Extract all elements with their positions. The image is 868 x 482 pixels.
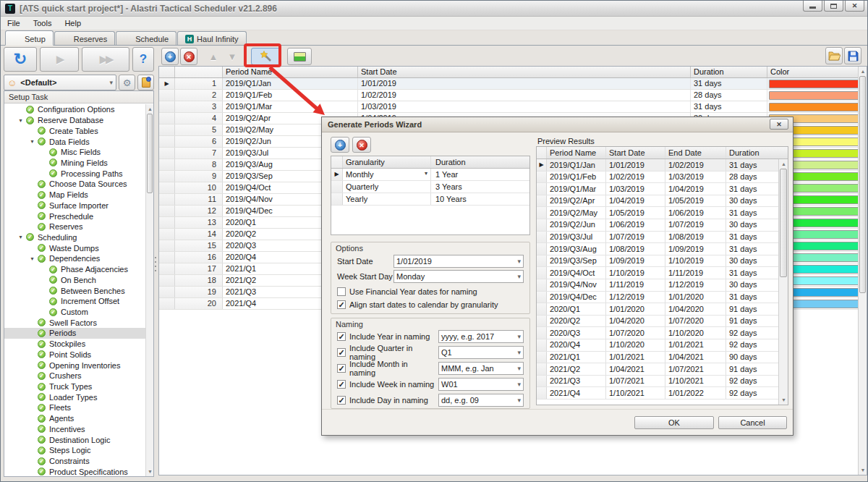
menu-item[interactable]: Help [58, 17, 88, 29]
naming-format-combo[interactable]: MMM, e.g. Jan ▾ [438, 362, 524, 375]
duration-cell[interactable]: 31 days [691, 78, 767, 89]
tree-item[interactable]: ▾ ✓ Dependencies [4, 253, 145, 264]
column-header-duration[interactable]: Duration [691, 67, 767, 77]
expander-icon[interactable]: ▾ [27, 138, 38, 145]
save-button[interactable] [844, 47, 861, 64]
tree-item[interactable]: ▾ ✓ Phase Adjacencies [4, 264, 145, 275]
tree-item[interactable]: ▾ ✓ Destination Logic [4, 434, 145, 445]
close-button[interactable]: ✕ [845, 1, 864, 12]
tree-item[interactable]: ▾ ✓ Data Fields [4, 136, 145, 147]
naming-format-combo[interactable]: Q1 ▾ [438, 346, 524, 359]
start-date-combo[interactable]: 1/01/2019 ▾ [393, 255, 524, 268]
panel-splitter[interactable] [155, 254, 157, 274]
add-granularity-button[interactable]: + [331, 137, 349, 153]
scroll-up-icon[interactable]: ▲ [779, 160, 788, 168]
color-cell[interactable] [767, 78, 867, 89]
tree-item[interactable]: ▾ ✓ Reserves [4, 221, 145, 232]
duration-cell[interactable]: 3 Years [431, 181, 529, 193]
preview-row[interactable]: ▶ 2020/Q3 1/07/2020 1/10/2020 92 days [537, 327, 788, 339]
granularity-cell[interactable]: Quarterly ▾ [343, 181, 431, 193]
period-name-cell[interactable]: 2019/Q1/Mar [223, 101, 358, 112]
duration-cell[interactable]: 31 days [691, 101, 767, 112]
preview-row[interactable]: ▶ 2019/Q3/Sep 1/09/2019 1/10/2019 30 day… [537, 255, 788, 268]
help-button[interactable]: ? [132, 47, 154, 72]
tree-item[interactable]: ▾ ✓ Scheduling [4, 232, 145, 243]
tree-item[interactable]: ▾ ✓ Misc Fields [4, 147, 145, 158]
tree-item[interactable]: ▾ ✓ Agents [4, 413, 145, 424]
preview-row[interactable]: ▶ 2021/Q2 1/04/2021 1/07/2021 91 days [537, 363, 788, 376]
granularity-row[interactable]: ▶ Yearly ▾ 10 Years [331, 193, 529, 206]
chevron-down-icon[interactable]: ▾ [425, 170, 427, 179]
tree-item[interactable]: ▾ ✓ Map Fields [4, 190, 145, 200]
tree-item[interactable]: ▾ ✓ Increment Offset [4, 296, 145, 307]
period-row[interactable]: ▶ 2 2019/Q1/Feb 1/02/2019 28 days [159, 90, 867, 101]
checkbox[interactable]: ✓ [337, 332, 346, 341]
period-name-cell[interactable]: 2019/Q1/Jan [223, 78, 358, 89]
checkbox[interactable]: ✓ [337, 396, 346, 405]
profile-selector[interactable]: ☺ <Default> ▾ [4, 75, 116, 90]
scrollbar-thumb[interactable] [147, 114, 153, 193]
column-header-color[interactable]: Color [767, 67, 867, 77]
column-header-end-date[interactable]: End Date [665, 147, 726, 158]
preview-row[interactable]: ▶ 2019/Q2/May 1/05/2019 1/06/2019 31 day… [537, 207, 788, 219]
column-header-period-name[interactable]: Period Name [547, 147, 606, 158]
period-name-cell[interactable]: 2019/Q1/Feb [223, 90, 358, 101]
tree-item[interactable]: ▾ ✓ Between Benches [4, 285, 145, 296]
settings-button[interactable]: ⚙ [119, 75, 135, 90]
preview-row[interactable]: ▶ 2019/Q1/Jan 1/01/2019 1/02/2019 31 day… [537, 159, 788, 172]
menu-item[interactable]: File [1, 17, 27, 29]
tab[interactable]: H Schedule [116, 31, 176, 45]
preview-row[interactable]: ▶ 2020/Q1 1/01/2020 1/04/2020 91 days [537, 303, 788, 316]
color-cell[interactable] [767, 101, 867, 112]
preview-row[interactable]: ▶ 2021/Q1 1/01/2021 1/04/2021 90 days [537, 352, 788, 364]
period-row[interactable]: ▶ 1 2019/Q1/Jan 1/01/2019 31 days [159, 78, 867, 90]
column-header-period-name[interactable]: Period Name [223, 67, 358, 77]
column-header-duration[interactable]: Duration [431, 156, 529, 168]
tree-item[interactable]: ▾ ✓ Truck Types [4, 381, 145, 392]
tree-item[interactable]: ▾ ✓ Stockpiles [4, 339, 145, 350]
add-period-button[interactable]: + [161, 48, 179, 65]
generate-periods-wizard-button[interactable] [251, 48, 281, 65]
tree-item[interactable]: ▾ ✓ Custom [4, 307, 145, 318]
scroll-down-icon[interactable]: ▼ [859, 466, 867, 474]
scroll-down-icon[interactable]: ▼ [146, 468, 154, 475]
period-row[interactable]: ▶ 3 2019/Q1/Mar 1/03/2019 31 days [159, 101, 867, 113]
preview-row[interactable]: ▶ 2019/Q2/Apr 1/04/2019 1/05/2019 30 day… [537, 195, 788, 208]
preview-scrollbar[interactable]: ▲ ▼ [778, 159, 788, 405]
duration-cell[interactable]: 1 Year [431, 169, 529, 180]
dialog-title-bar[interactable]: Generate Periods Wizard [322, 117, 793, 132]
checkbox[interactable]: ✓ [337, 287, 346, 296]
tree-item[interactable]: ▾ ✓ Swell Factors [4, 317, 145, 328]
duration-cell[interactable]: 28 days [691, 90, 767, 101]
preview-row[interactable]: ▶ 2019/Q1/Mar 1/03/2019 1/04/2019 31 day… [537, 183, 788, 195]
tab[interactable]: H Haul Infinity [177, 31, 246, 45]
expander-icon[interactable]: ▾ [15, 117, 26, 124]
refresh-button[interactable]: ↻ [4, 47, 37, 72]
tree-item[interactable]: ▾ ✓ Point Solids [4, 350, 145, 360]
tree-item[interactable]: ▾ ✓ On Bench [4, 275, 145, 286]
scrollbar-thumb[interactable] [859, 76, 866, 293]
tree-item[interactable]: ▾ ✓ Mining Fields [4, 158, 145, 169]
tree-item[interactable]: ▾ ✓ Opening Inventories [4, 360, 145, 371]
preview-row[interactable]: ▶ 2019/Q4/Nov 1/11/2019 1/12/2019 30 day… [537, 279, 788, 292]
menu-item[interactable]: Tools [27, 17, 59, 29]
preview-row[interactable]: ▶ 2019/Q4/Oct 1/10/2019 1/11/2019 31 day… [537, 267, 788, 279]
preview-row[interactable]: ▶ 2019/Q4/Dec 1/12/2019 1/01/2020 31 day… [537, 292, 788, 304]
checkbox[interactable]: ✓ [337, 300, 346, 309]
checkbox[interactable]: ✓ [337, 380, 346, 389]
preview-row[interactable]: ▶ 2021/Q3 1/07/2021 1/10/2021 92 days [537, 376, 788, 388]
move-down-button[interactable]: ▼ [224, 48, 241, 65]
naming-format-combo[interactable]: dd, e.g. 09 ▾ [438, 394, 524, 407]
preview-row[interactable]: ▶ 2019/Q3/Aug 1/08/2019 1/09/2019 31 day… [537, 243, 788, 255]
column-header-start-date[interactable]: Start Date [606, 147, 665, 158]
delete-granularity-button[interactable]: ✕ [352, 137, 371, 153]
scroll-up-icon[interactable] [779, 149, 788, 157]
period-colors-button[interactable] [287, 48, 312, 65]
preview-row[interactable]: ▶ 2020/Q4 1/10/2020 1/01/2021 92 days [537, 339, 788, 352]
column-header-start-date[interactable]: Start Date [358, 67, 691, 77]
scroll-down-icon[interactable]: ▼ [779, 396, 788, 404]
tree-item[interactable]: ▾ ✓ Crushers [4, 371, 145, 381]
preview-row[interactable]: ▶ 2021/Q4 1/10/2021 1/01/2022 92 days [537, 387, 788, 399]
tree-item[interactable]: ▾ ✓ Fleets [4, 402, 145, 413]
tree-item[interactable]: ▾ ✓ Surface Importer [4, 200, 145, 211]
